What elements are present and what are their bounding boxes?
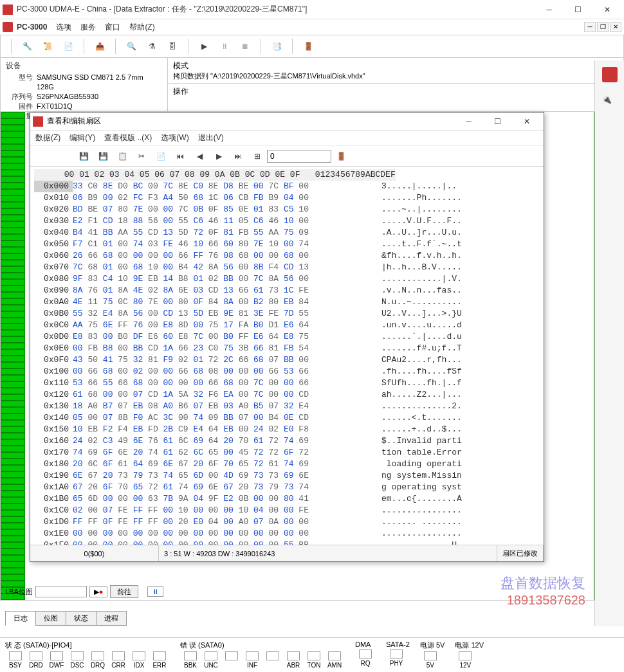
hex-menu-edit[interactable]: 编辑(Y) [69,132,95,143]
device-model: SAMSUNG SSD CM871 2.5 7mm 128G [37,73,162,92]
led-bsy: BSY [5,651,26,669]
hex-editor-window: 查看和编辑扇区 ─ ☐ ✕ 数据(Z) 编辑(Y) 查看模版 ..(X) 选项(… [30,112,544,562]
save-icon[interactable]: 💾 [77,149,91,163]
tool-filter-icon[interactable]: ⚗ [144,39,160,54]
grid-icon[interactable]: ⊞ [250,149,264,163]
disk-icon[interactable] [602,67,618,82]
map-strip-left [1,112,25,600]
led-err: ERR [149,651,170,669]
menu-window[interactable]: 窗口 [105,22,120,33]
hex-info: 3 : 51 W : 49203 DW : 3499016243 [159,545,497,561]
cut-icon[interactable]: ✂ [134,149,149,163]
mdi-minimize[interactable]: ─ [584,22,596,32]
hex-toolbar: 💾 💾 📋 ✂ 📄 ⏮ ◀ ▶ ⏭ ⊞ 🚪 [30,146,544,167]
device-firmware: FXT01D1Q [37,102,73,111]
close-button[interactable]: ✕ [592,0,621,19]
hex-menu-options[interactable]: 选项(W) [161,132,188,143]
mdi-close[interactable]: ✕ [610,22,621,32]
hex-menu-exit[interactable]: 退出(V) [198,132,224,143]
window-title: PC-3000 UDMA-E - China - [Data Extractor… [17,4,535,15]
device-header: 设备 [6,60,162,71]
tab-status[interactable]: 状态 [66,611,96,626]
mode-text: 拷贝数据到 "A:\2019\20200229-三星CM871\VirtualD… [173,71,618,81]
hex-app-icon [33,116,43,127]
stop-button[interactable]: ⏹ [237,39,253,54]
menu-services[interactable]: 服务 [80,22,96,33]
goto-button[interactable]: 前往 [110,585,138,598]
error-title: 错 误 (SATA0) [180,640,345,650]
prev-icon[interactable]: ◀ [192,149,206,163]
hex-modified: 扇区已修改 [497,545,544,561]
copy-icon[interactable]: 📋 [115,149,129,163]
led-dsc: DSC [67,651,87,669]
window-titlebar: PC-3000 UDMA-E - China - [Data Extractor… [0,0,624,19]
next-icon[interactable]: ▶ [212,149,226,163]
bottom-tabs: 日志 位图 状态 进程 [5,611,126,626]
device-serial: S26PNXAGB55930 [37,92,98,102]
led- [262,651,283,669]
app-icon-small [3,22,13,32]
tool-binoculars-icon[interactable]: 🔍 [124,39,139,54]
lba-label: LBA位图 [5,587,33,597]
hex-title: 查看和编辑扇区 [47,116,454,127]
hex-content[interactable]: 00 01 02 03 04 05 06 07 08 09 0A 0B 0C 0… [30,167,544,545]
exit-icon[interactable]: 🚪 [300,39,316,54]
led-unc: UNC [201,651,221,669]
hex-statusbar: 0($00) 3 : 51 W : 49203 DW : 3499016243 … [30,545,544,561]
map-area: 查看和编辑扇区 ─ ☐ ✕ 数据(Z) 编辑(Y) 查看模版 ..(X) 选项(… [0,112,624,601]
hex-menu-template[interactable]: 查看模版 ..(X) [104,132,152,143]
hex-close[interactable]: ✕ [512,112,541,131]
tab-log[interactable]: 日志 [5,611,36,626]
right-sidebar: 🔌 [594,60,624,626]
play-button[interactable]: ▶ [196,39,212,54]
paste-icon[interactable]: 📄 [154,149,168,163]
operation-header: 操作 [173,86,618,97]
minimize-button[interactable]: ─ [535,0,564,19]
tool-script-icon[interactable]: 📜 [40,39,55,54]
lba-input[interactable] [35,586,87,597]
tool-export-icon[interactable]: 📤 [92,39,107,54]
led-drq: DRQ [87,651,108,669]
status-footer: 状 态 (SATA0)-[PIO4] BSYDRDDWFDSCDRQCRRIDX… [0,637,624,672]
led-bbk: BBK [180,651,201,669]
led-crr: CRR [108,651,129,669]
tool-wrench-icon[interactable]: 🔧 [19,39,35,54]
status-title: 状 态 (SATA0)-[PIO4] [5,640,170,650]
goto-input[interactable] [267,150,331,163]
led-inf: INF [242,651,262,669]
maximize-button[interactable]: ☐ [564,0,592,19]
led-ton: TON [304,651,324,669]
copy-stack-icon[interactable]: 📑 [269,39,284,54]
led-abr: ABR [283,651,304,669]
connector-icon[interactable]: 🔌 [602,95,618,111]
first-icon[interactable]: ⏮ [173,149,187,163]
main-menubar: PC-3000 选项 服务 窗口 帮助(Z) ─ ❐ ✕ [0,19,624,35]
led-idx: IDX [129,651,149,669]
record-icon[interactable]: ▶● [89,586,108,597]
led-drd: DRD [26,651,46,669]
save-as-icon[interactable]: 💾 [96,149,110,163]
app-icon [3,5,13,15]
led- [221,651,242,669]
hex-maximize[interactable]: ☐ [483,112,512,131]
tab-process[interactable]: 进程 [96,611,127,626]
led-amn: AMN [324,651,345,669]
tool-page-icon[interactable]: 📄 [60,39,76,54]
hex-menu-data[interactable]: 数据(Z) [35,132,60,143]
menu-options[interactable]: 选项 [56,22,71,33]
tab-bitmap[interactable]: 位图 [35,611,66,626]
mode-header: 模式 [173,60,618,71]
info-panel: 设备 型号SAMSUNG SSD CM871 2.5 7mm 128G 序列号S… [0,58,624,112]
menu-app[interactable]: PC-3000 [17,23,47,32]
led-dwf: DWF [46,651,67,669]
hex-menubar: 数据(Z) 编辑(Y) 查看模版 ..(X) 选项(W) 退出(V) [30,131,544,146]
hex-exit-icon[interactable]: 🚪 [334,149,348,163]
mdi-restore[interactable]: ❐ [597,22,609,32]
last-icon[interactable]: ⏭ [231,149,245,163]
tool-db-icon[interactable]: 🗄 [165,39,180,54]
pause-button[interactable]: ⏸ [217,39,232,54]
hex-pos: 0($00) [30,545,159,561]
main-toolbar: 🔧 📜 📄 📤 🔍 ⚗ 🗄 ▶ ⏸ ⏹ 📑 🚪 [0,35,624,58]
menu-help[interactable]: 帮助(Z) [129,22,154,33]
hex-minimize[interactable]: ─ [454,112,483,131]
